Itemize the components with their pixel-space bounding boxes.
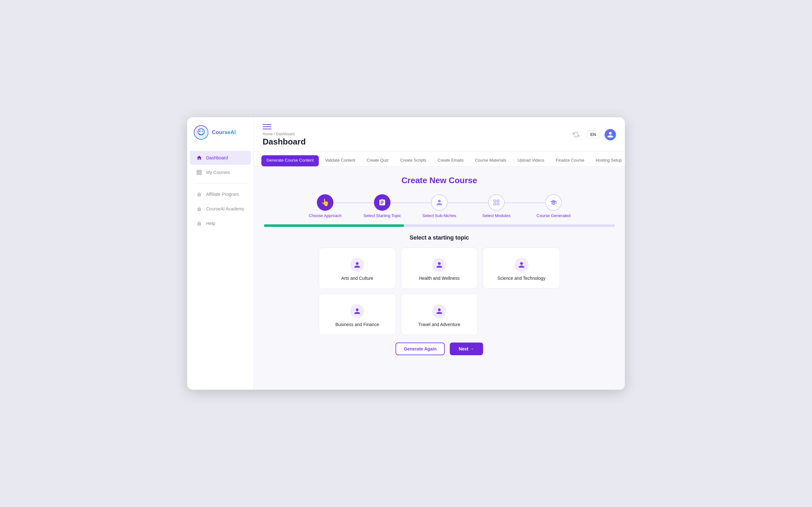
header-left-row: [263, 122, 306, 131]
sidebar-item-label: Help: [206, 221, 215, 226]
hamburger-line-3: [263, 129, 271, 129]
courses-icon: [196, 169, 202, 176]
logo-text: CourseAI: [212, 129, 236, 135]
sidebar-item-label: CourseAI Academy: [206, 206, 244, 211]
page-title: Dashboard: [263, 137, 306, 147]
tab-scripts[interactable]: Create Scripts: [395, 155, 431, 166]
step-label-2: Select Starting Topic: [363, 213, 401, 218]
hamburger-line-2: [263, 126, 271, 127]
step-label-4: Select Modules: [483, 213, 511, 218]
sidebar-item-label: My Courses: [206, 170, 230, 175]
topic-label-science: Science and Technology: [497, 276, 546, 281]
topic-label-travel: Travel and Adventure: [418, 322, 461, 327]
step-connector-3: [439, 203, 496, 203]
refresh-button[interactable]: [570, 129, 582, 140]
tab-finalize[interactable]: Finalize Course: [551, 155, 589, 166]
step-choose-approach: 👆 Choose Approach: [297, 194, 354, 218]
step-generated: Course Generated: [525, 194, 582, 218]
tab-materials[interactable]: Course Materials: [470, 155, 511, 166]
topic-icon-arts: [350, 258, 364, 272]
topic-grid: Arts and Culture Health and Wellness Sci…: [319, 247, 560, 335]
tab-quiz[interactable]: Create Quiz: [362, 155, 394, 166]
topic-icon-travel: [432, 304, 446, 318]
app-container: CourseAI Dashboard My Courses: [187, 117, 625, 390]
lock-icon: [196, 191, 202, 198]
science-person-icon: [518, 262, 525, 268]
logo-icon: [194, 125, 209, 140]
svg-rect-11: [494, 203, 496, 205]
house-icon: [196, 155, 202, 161]
step-sub-niches: Select Sub-Niches: [411, 194, 468, 218]
svg-rect-7: [197, 173, 199, 175]
topic-label-business: Business and Finance: [335, 322, 379, 327]
svg-rect-9: [494, 200, 496, 202]
sidebar-item-my-courses[interactable]: My Courses: [190, 165, 251, 179]
step-icon-3: [431, 194, 448, 211]
modules-icon: [493, 199, 500, 206]
tab-videos[interactable]: Upload Videos: [513, 155, 549, 166]
help-lock-icon: [196, 220, 202, 227]
sidebar: CourseAI Dashboard My Courses: [187, 117, 254, 390]
svg-rect-5: [197, 170, 199, 172]
tabs-bar: Generate Course Content Validate Content…: [254, 152, 625, 167]
nav-divider: [194, 183, 247, 183]
svg-rect-12: [497, 203, 499, 205]
step-label-1: Choose Approach: [309, 213, 341, 218]
sidebar-item-label: Dashboard: [206, 155, 228, 160]
sidebar-nav: Dashboard My Courses Affiliate Program: [187, 148, 253, 233]
breadcrumb-home[interactable]: Home: [263, 132, 273, 136]
stepper: 👆 Choose Approach Select Starting Topic: [264, 194, 615, 218]
create-course-title: Create New Course: [264, 176, 615, 185]
tab-hosting[interactable]: Hosting Setup: [591, 155, 625, 166]
step-icon-emoji-1: 👆: [321, 199, 329, 207]
progress-bar-fill: [264, 224, 404, 227]
arts-person-icon: [354, 262, 361, 268]
topic-card-science[interactable]: Science and Technology: [483, 247, 560, 289]
sidebar-item-academy[interactable]: CourseAI Academy: [190, 202, 251, 216]
topic-icon-business: [350, 304, 364, 318]
health-person-icon: [436, 262, 443, 268]
refresh-icon: [573, 131, 579, 138]
topic-card-arts[interactable]: Arts and Culture: [319, 247, 396, 289]
next-button[interactable]: Next →: [450, 343, 483, 355]
tab-emails[interactable]: Create Emails: [433, 155, 469, 166]
sidebar-item-affiliate[interactable]: Affiliate Program: [190, 187, 251, 201]
step-label-5: Course Generated: [537, 213, 571, 218]
bottom-actions: Generate Again Next →: [264, 343, 615, 355]
tab-generate[interactable]: Generate Course Content: [261, 155, 319, 166]
main-content: Create New Course 👆 Choose Approach Sel: [254, 167, 625, 390]
clipboard-icon: [378, 199, 386, 206]
svg-rect-6: [200, 170, 201, 172]
header: Home / Dashboard Dashboard EN: [254, 117, 625, 152]
header-right: EN: [570, 129, 616, 140]
svg-point-3: [199, 130, 200, 132]
step-select-topic: Select Starting Topic: [354, 194, 411, 218]
step-icon-4: [488, 194, 505, 211]
svg-rect-10: [497, 200, 499, 202]
language-selector[interactable]: EN: [587, 130, 600, 138]
topic-card-travel[interactable]: Travel and Adventure: [401, 294, 478, 335]
hamburger-menu[interactable]: [263, 122, 271, 131]
step-label-3: Select Sub-Niches: [422, 213, 456, 218]
graduation-icon: [550, 199, 557, 206]
progress-bar: [264, 224, 615, 227]
step-connector-2: [382, 203, 439, 203]
topic-icon-health: [432, 258, 446, 272]
sidebar-item-help[interactable]: Help: [190, 216, 251, 230]
topic-card-empty: [483, 294, 560, 335]
topic-card-health[interactable]: Health and Wellness: [401, 247, 478, 289]
step-icon-5: [545, 194, 562, 211]
step-icon-1: 👆: [317, 194, 334, 211]
step-modules: Select Modules: [468, 194, 525, 218]
next-label: Next →: [459, 346, 474, 351]
topic-card-business[interactable]: Business and Finance: [319, 294, 396, 335]
avatar[interactable]: [605, 129, 616, 140]
academy-lock-icon: [196, 206, 202, 212]
generate-again-button[interactable]: Generate Again: [396, 343, 445, 355]
breadcrumb: Home / Dashboard: [263, 132, 306, 136]
svg-rect-8: [200, 173, 201, 175]
step-icon-2: [374, 194, 391, 211]
sidebar-item-dashboard[interactable]: Dashboard: [190, 151, 251, 165]
tab-validate[interactable]: Validate Content: [320, 155, 360, 166]
svg-point-4: [202, 130, 203, 132]
